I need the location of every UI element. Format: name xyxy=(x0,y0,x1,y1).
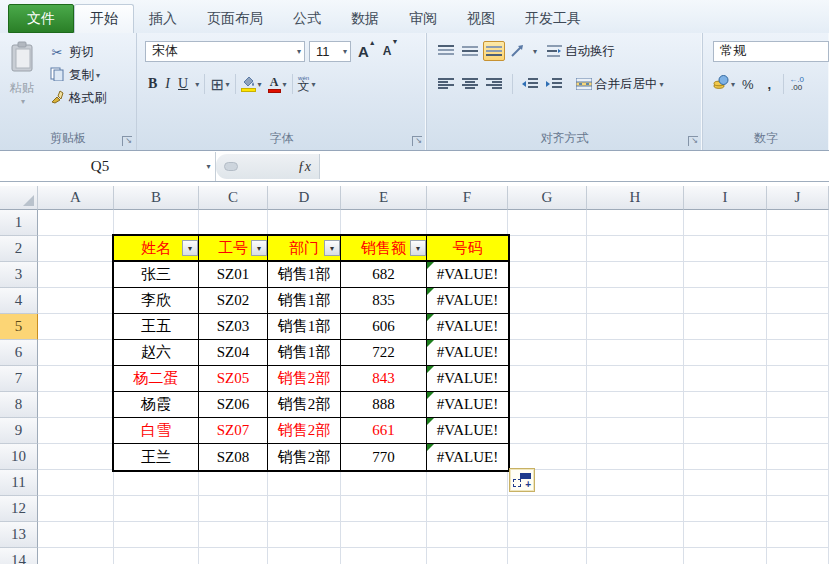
name-box-dropdown-icon[interactable]: ▾ xyxy=(200,152,216,181)
cell-G4[interactable] xyxy=(508,288,587,314)
cell-G1[interactable] xyxy=(508,210,587,236)
font-size-combo[interactable]: 11 ▾ xyxy=(309,41,351,62)
align-bottom-icon[interactable] xyxy=(483,41,505,61)
wrap-text-button[interactable]: 自动换行 xyxy=(547,43,615,60)
cell-I6[interactable] xyxy=(684,340,767,366)
row-header-2[interactable]: 2 xyxy=(0,236,38,262)
column-header-C[interactable]: C xyxy=(199,186,268,210)
cell-F12[interactable] xyxy=(427,496,508,522)
font-color-dropdown-icon[interactable]: ▾ xyxy=(283,80,287,89)
number-format-combo[interactable]: 常规 xyxy=(713,41,829,62)
cell-A5[interactable] xyxy=(38,314,114,340)
cell-A1[interactable] xyxy=(38,210,114,236)
cell-A4[interactable] xyxy=(38,288,114,314)
cell-J6[interactable] xyxy=(767,340,829,366)
table-cell[interactable]: 661 xyxy=(341,418,427,444)
phonetic-guide-button[interactable]: wén 文 xyxy=(298,76,310,92)
cell-B12[interactable] xyxy=(114,496,199,522)
cell-I4[interactable] xyxy=(684,288,767,314)
cell-A3[interactable] xyxy=(38,262,114,288)
table-cell[interactable]: #VALUE! xyxy=(427,366,508,392)
tab-file[interactable]: 文件 xyxy=(8,4,74,33)
name-box[interactable]: Q5 xyxy=(0,152,200,181)
column-header-D[interactable]: D xyxy=(268,186,341,210)
tab-data[interactable]: 数据 xyxy=(336,5,394,33)
cell-A14[interactable] xyxy=(38,548,114,564)
cell-J11[interactable] xyxy=(767,470,829,496)
bold-button[interactable]: B xyxy=(145,74,160,94)
table-cell[interactable]: #VALUE! xyxy=(427,340,508,366)
cell-I11[interactable] xyxy=(684,470,767,496)
cell-H5[interactable] xyxy=(587,314,684,340)
table-cell[interactable]: SZ05 xyxy=(199,366,268,392)
cell-H11[interactable] xyxy=(587,470,684,496)
cell-F1[interactable] xyxy=(427,210,508,236)
cell-H10[interactable] xyxy=(587,444,684,470)
table-cell[interactable]: SZ02 xyxy=(199,288,268,314)
row-header-13[interactable]: 13 xyxy=(0,522,38,548)
cell-A9[interactable] xyxy=(38,418,114,444)
table-header-4[interactable]: 销售额▾ xyxy=(341,236,427,262)
table-cell[interactable]: 王五 xyxy=(114,314,199,340)
table-cell[interactable]: 888 xyxy=(341,392,427,418)
cell-G6[interactable] xyxy=(508,340,587,366)
table-cell[interactable]: 722 xyxy=(341,340,427,366)
cell-I12[interactable] xyxy=(684,496,767,522)
cell-H3[interactable] xyxy=(587,262,684,288)
align-left-icon[interactable] xyxy=(435,74,457,94)
cell-C1[interactable] xyxy=(199,210,268,236)
font-dialog-launcher[interactable]: ↘ xyxy=(412,136,422,146)
cut-button[interactable]: ✂ 剪切 xyxy=(44,41,111,64)
tab-page-layout[interactable]: 页面布局 xyxy=(192,5,278,33)
table-cell[interactable]: 销售2部 xyxy=(268,418,341,444)
decrease-indent-icon[interactable] xyxy=(518,74,540,94)
copy-button[interactable]: 复制 ▾ xyxy=(44,64,111,87)
table-header-3[interactable]: 部门▾ xyxy=(268,236,341,262)
table-cell[interactable]: 销售2部 xyxy=(268,444,341,470)
cell-H14[interactable] xyxy=(587,548,684,564)
column-header-G[interactable]: G xyxy=(508,186,587,210)
cell-F13[interactable] xyxy=(427,522,508,548)
table-cell[interactable]: 白雪 xyxy=(114,418,199,444)
table-cell[interactable]: 606 xyxy=(341,314,427,340)
cell-E13[interactable] xyxy=(341,522,427,548)
orientation-dropdown-icon[interactable]: ▾ xyxy=(533,47,537,56)
cell-I5[interactable] xyxy=(684,314,767,340)
cell-J3[interactable] xyxy=(767,262,829,288)
cell-J1[interactable] xyxy=(767,210,829,236)
tab-home[interactable]: 开始 xyxy=(74,4,134,33)
cell-J10[interactable] xyxy=(767,444,829,470)
cell-H2[interactable] xyxy=(587,236,684,262)
select-all-corner[interactable] xyxy=(0,186,38,210)
cell-I8[interactable] xyxy=(684,392,767,418)
table-cell[interactable]: 销售1部 xyxy=(268,340,341,366)
cell-G2[interactable] xyxy=(508,236,587,262)
table-cell[interactable]: SZ04 xyxy=(199,340,268,366)
tab-formulas[interactable]: 公式 xyxy=(278,5,336,33)
cell-H8[interactable] xyxy=(587,392,684,418)
cell-I1[interactable] xyxy=(684,210,767,236)
row-header-14[interactable]: 14 xyxy=(0,548,38,564)
row-header-4[interactable]: 4 xyxy=(0,288,38,314)
table-cell[interactable]: 843 xyxy=(341,366,427,392)
underline-button[interactable]: U xyxy=(175,74,191,94)
cell-J9[interactable] xyxy=(767,418,829,444)
row-header-12[interactable]: 12 xyxy=(0,496,38,522)
cell-B11[interactable] xyxy=(114,470,199,496)
table-cell[interactable]: 682 xyxy=(341,262,427,288)
align-middle-icon[interactable] xyxy=(459,41,481,61)
cell-J8[interactable] xyxy=(767,392,829,418)
percent-style-button[interactable]: % xyxy=(735,77,761,92)
orientation-icon[interactable] xyxy=(507,41,529,61)
cell-I13[interactable] xyxy=(684,522,767,548)
cell-G12[interactable] xyxy=(508,496,587,522)
tab-view[interactable]: 视图 xyxy=(452,5,510,33)
increase-font-icon[interactable]: A▲ xyxy=(358,43,376,60)
filter-dropdown-icon[interactable]: ▾ xyxy=(182,240,198,256)
font-color-button[interactable]: A xyxy=(268,76,281,93)
table-cell[interactable]: SZ03 xyxy=(199,314,268,340)
table-cell[interactable]: SZ06 xyxy=(199,392,268,418)
cell-B1[interactable] xyxy=(114,210,199,236)
table-cell[interactable]: SZ07 xyxy=(199,418,268,444)
cell-A12[interactable] xyxy=(38,496,114,522)
